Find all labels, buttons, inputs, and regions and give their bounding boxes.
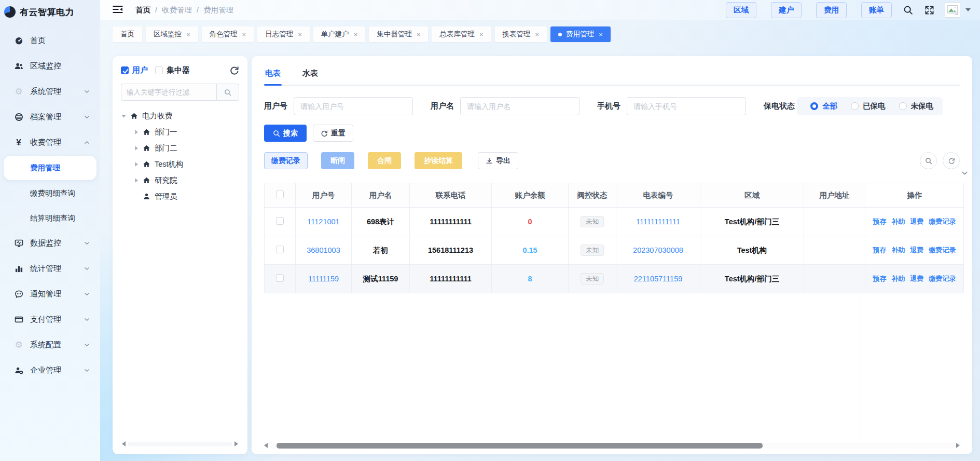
prestore-link[interactable]: 预存	[873, 274, 887, 283]
sidebar-item-region-monitor[interactable]: 区域监控	[0, 53, 100, 79]
pay-record-link[interactable]: 缴费记录	[929, 246, 956, 255]
scrollbar-track[interactable]	[270, 443, 954, 449]
pay-record-link[interactable]: 缴费记录	[929, 274, 956, 283]
radio-all[interactable]: 全部	[810, 101, 837, 111]
radio-protected[interactable]: 已保电	[851, 101, 886, 111]
close-icon[interactable]: ×	[354, 31, 358, 38]
tab-log-mgmt[interactable]: 日志管理 ×	[257, 26, 310, 42]
fee-quick-button[interactable]: 费用	[816, 2, 847, 18]
user-no-link[interactable]: 11121001	[307, 218, 339, 226]
prestore-link[interactable]: 预存	[873, 246, 887, 255]
breadcrumb-fee-mgmt[interactable]: 费用管理	[203, 5, 233, 15]
caret-collapsed-icon[interactable]	[133, 129, 140, 135]
avatar[interactable]	[945, 2, 960, 18]
cut-off-button[interactable]: 断闸	[321, 152, 354, 169]
scrollbar-thumb[interactable]	[277, 443, 762, 449]
row-checkbox[interactable]	[276, 246, 284, 253]
user-no-link[interactable]: 36801003	[307, 246, 340, 254]
tab-electric-meter[interactable]: 电表	[264, 64, 282, 85]
close-icon[interactable]: ×	[186, 31, 190, 38]
scroll-left-arrow-icon[interactable]	[122, 441, 126, 446]
tab-fee-mgmt[interactable]: 费用管理 ×	[550, 26, 611, 42]
table-refresh-icon[interactable]	[943, 152, 960, 169]
close-icon[interactable]: ×	[242, 31, 246, 38]
tree-node-dept1[interactable]: 部门一	[121, 124, 239, 140]
reset-button[interactable]: 重置	[313, 125, 353, 142]
user-no-link[interactable]: 11111159	[308, 275, 339, 283]
tab-home[interactable]: 首页	[113, 26, 142, 42]
user-no-input[interactable]	[294, 97, 413, 115]
tree-horizontal-scrollbar[interactable]	[122, 441, 238, 447]
refund-link[interactable]: 退费	[910, 274, 924, 283]
meter-no-link[interactable]: 221105711159	[634, 275, 683, 283]
tree-node-test-org[interactable]: Test机构	[121, 156, 239, 172]
sidebar-item-notice-mgmt[interactable]: 通知管理	[0, 281, 100, 307]
table-horizontal-scrollbar[interactable]	[264, 442, 960, 449]
read-settlement-button[interactable]: 抄读结算	[415, 152, 462, 169]
tree-refresh-icon[interactable]	[229, 65, 239, 75]
search-button[interactable]: 搜索	[264, 125, 307, 142]
refund-link[interactable]: 退费	[910, 246, 924, 255]
sidebar-item-statistics-mgmt[interactable]: 统计管理	[0, 256, 100, 281]
close-icon[interactable]: ×	[479, 31, 484, 38]
subsidy-link[interactable]: 补助	[892, 217, 905, 226]
close-icon[interactable]: ×	[535, 31, 540, 38]
region-quick-button[interactable]: 区域	[726, 2, 756, 18]
pay-record-link[interactable]: 缴费记录	[929, 217, 956, 226]
sidebar-item-enterprise-mgmt[interactable]: 企业管理	[0, 358, 100, 383]
sidebar-item-charge-mgmt[interactable]: ¥ 收费管理	[0, 130, 100, 155]
collapse-menu-icon[interactable]	[113, 5, 124, 15]
sidebar-item-system-mgmt[interactable]: ⚙ 系统管理	[0, 79, 100, 104]
concentrator-checkbox[interactable]	[155, 66, 163, 74]
tab-water-meter[interactable]: 水表	[301, 64, 319, 85]
pay-record-button[interactable]: 缴费记录	[264, 152, 308, 169]
sidebar-item-data-monitor[interactable]: 数据监控	[0, 230, 100, 256]
tree-node-dept2[interactable]: 部门二	[121, 140, 239, 156]
close-icon[interactable]: ×	[298, 31, 302, 38]
tree-node-research-institute[interactable]: 研究院	[121, 172, 239, 188]
sidebar-item-pay-mgmt[interactable]: 支付管理	[0, 307, 100, 332]
row-checkbox[interactable]	[276, 217, 284, 225]
row-checkbox[interactable]	[276, 274, 284, 282]
close-gate-button[interactable]: 合闸	[368, 152, 401, 169]
tab-single-account[interactable]: 单户建户 ×	[313, 26, 366, 42]
sidebar-item-payment-detail-query[interactable]: 缴费明细查询	[0, 181, 100, 206]
tree-search-button[interactable]	[216, 84, 239, 101]
panel-collapse-caret-icon[interactable]	[961, 169, 968, 179]
subsidy-link[interactable]: 补助	[892, 274, 905, 283]
user-menu-caret-icon[interactable]	[965, 8, 971, 11]
tab-role-mgmt[interactable]: 角色管理 ×	[202, 26, 254, 42]
table-search-icon[interactable]	[920, 152, 937, 169]
caret-collapsed-icon[interactable]	[133, 161, 140, 168]
radio-unprotected[interactable]: 未保电	[899, 101, 934, 111]
user-checkbox[interactable]	[121, 66, 129, 74]
fullscreen-icon[interactable]	[924, 5, 934, 15]
sidebar-item-fee-mgmt[interactable]: 费用管理	[4, 156, 96, 180]
export-button[interactable]: 导出	[478, 152, 518, 169]
scrollbar-track[interactable]	[128, 442, 232, 446]
meter-no-link[interactable]: 111111111111	[636, 218, 680, 226]
caret-collapsed-icon[interactable]	[133, 145, 140, 152]
tree-node-admin[interactable]: 管理员	[121, 188, 239, 205]
sidebar-item-archive-mgmt[interactable]: 档案管理	[0, 104, 100, 130]
select-all-checkbox[interactable]	[276, 191, 284, 198]
meter-no-link[interactable]: 202307030008	[633, 246, 683, 254]
scroll-left-arrow-icon[interactable]	[264, 443, 268, 448]
sidebar-item-home[interactable]: 首页	[0, 28, 100, 53]
sidebar-item-system-config[interactable]: ⚙ 系统配置	[0, 332, 100, 358]
prestore-link[interactable]: 预存	[873, 217, 887, 226]
caret-collapsed-icon[interactable]	[133, 178, 140, 184]
subsidy-link[interactable]: 补助	[892, 246, 905, 255]
tree-node-root[interactable]: 电力收费	[121, 108, 239, 124]
breadcrumb-home[interactable]: 首页	[135, 5, 150, 15]
close-icon[interactable]: ×	[599, 31, 603, 38]
tab-meter-swap-mgmt[interactable]: 换表管理 ×	[495, 26, 547, 42]
create-account-quick-button[interactable]: 建户	[771, 2, 802, 18]
tab-concentrator-mgmt[interactable]: 集中器管理 ×	[369, 26, 428, 42]
scroll-right-arrow-icon[interactable]	[956, 443, 960, 448]
tab-region-monitor[interactable]: 区域监控 ×	[146, 26, 198, 42]
close-icon[interactable]: ×	[417, 31, 421, 38]
tree-search-input[interactable]	[121, 84, 216, 101]
phone-input[interactable]	[627, 97, 746, 115]
refund-link[interactable]: 退费	[910, 217, 924, 226]
